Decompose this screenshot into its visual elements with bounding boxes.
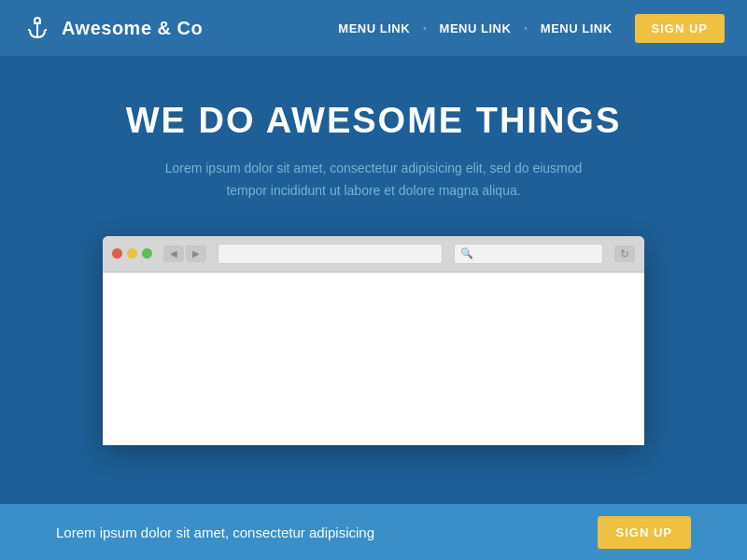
hero-subtitle: Lorem ipsum dolor sit amet, consectetur … <box>159 158 588 203</box>
search-bar[interactable]: 🔍 <box>454 244 603 264</box>
signup-button-nav[interactable]: SIGN UP <box>635 14 725 43</box>
dot-yellow[interactable] <box>127 248 137 259</box>
nav-dot-1: • <box>423 23 427 34</box>
navbar: Awesome & Co MENU LINK • MENU LINK • MEN… <box>0 0 747 56</box>
hero-section: WE DO AWESOME THINGS Lorem ipsum dolor s… <box>0 56 747 504</box>
nav-dot-2: • <box>524 23 528 34</box>
footer-bar: Lorem ipsum dolor sit amet, consectetur … <box>0 504 747 560</box>
nav-link-2[interactable]: MENU LINK <box>432 18 519 39</box>
browser-content <box>103 273 644 445</box>
hero-title: WE DO AWESOME THINGS <box>126 101 622 141</box>
browser-dots <box>112 248 152 259</box>
nav-link-3[interactable]: MENU LINK <box>533 18 620 39</box>
anchor-icon <box>22 13 52 43</box>
forward-button[interactable]: ▶ <box>186 245 206 262</box>
address-bar[interactable] <box>218 244 443 264</box>
dot-green[interactable] <box>142 248 152 259</box>
brand-logo[interactable]: Awesome & Co <box>22 13 203 43</box>
browser-toolbar: ◀ ▶ 🔍 ↻ <box>103 236 644 273</box>
search-icon: 🔍 <box>460 247 473 259</box>
reload-button[interactable]: ↻ <box>614 245 635 262</box>
signup-button-footer[interactable]: SIGN UP <box>598 516 691 549</box>
nav-link-1[interactable]: MENU LINK <box>331 18 417 39</box>
browser-mockup: ◀ ▶ 🔍 ↻ <box>103 236 644 445</box>
browser-nav-buttons: ◀ ▶ <box>163 245 206 262</box>
dot-red[interactable] <box>112 248 122 259</box>
back-button[interactable]: ◀ <box>163 245 184 262</box>
brand-name: Awesome & Co <box>62 18 203 39</box>
footer-text: Lorem ipsum dolor sit amet, consectetur … <box>56 525 374 540</box>
nav-links: MENU LINK • MENU LINK • MENU LINK SIGN U… <box>331 14 725 43</box>
